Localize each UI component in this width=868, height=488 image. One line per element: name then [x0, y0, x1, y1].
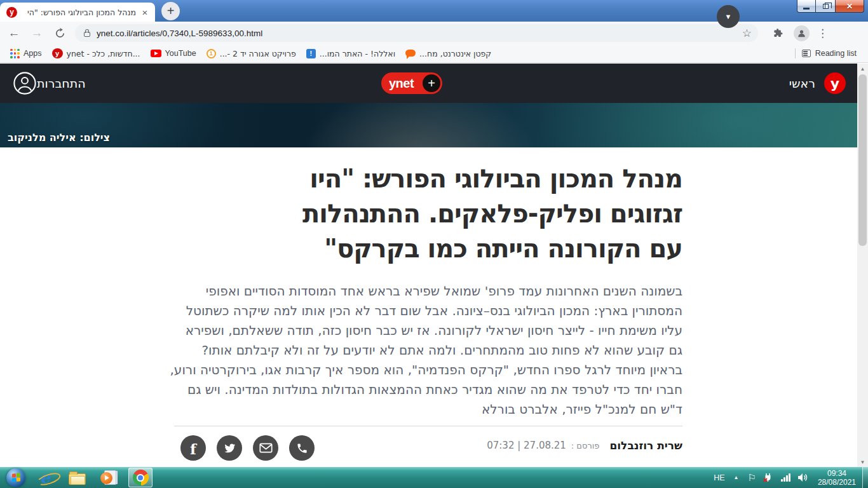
scrollbar-thumb[interactable]	[858, 74, 867, 246]
browser-menu-button[interactable]: ⋮	[817, 27, 828, 40]
close-button[interactable]: ✕	[835, 0, 864, 13]
clock-time: 09:34	[818, 469, 856, 478]
twitter-share-button[interactable]	[217, 435, 242, 461]
person-icon	[797, 29, 806, 38]
windows-flag-icon	[12, 473, 20, 482]
back-button[interactable]: ←	[5, 24, 23, 42]
profile-button[interactable]	[794, 25, 810, 41]
phone-icon	[296, 442, 308, 454]
close-icon: ✕	[846, 2, 853, 11]
article-headline: מנהל המכון הביולוגי הפורש: "היו זגזוגים …	[174, 147, 682, 266]
tab-close-icon[interactable]: ×	[140, 8, 150, 17]
action-center-flag-icon[interactable]: ⚐	[747, 473, 756, 482]
bookmark-label: YouTube	[165, 49, 196, 58]
avatar	[794, 25, 810, 41]
url-text[interactable]: ynet.co.il/articles/0,7340,L-5989633,00.…	[97, 29, 742, 38]
bookmark-label: ואללה! - האתר המו...	[320, 49, 395, 58]
chrome-icon	[133, 470, 149, 485]
network-signal-icon[interactable]	[780, 473, 790, 482]
browser-tab[interactable]: y מנהל המכון הביולוגי הפורש: "הי ×	[0, 3, 155, 22]
volume-icon[interactable]	[797, 473, 808, 482]
reading-list-button[interactable]: Reading list	[802, 49, 857, 58]
ynet-icon: y	[52, 48, 63, 58]
bookmark-label: Apps	[24, 49, 42, 58]
folder-icon	[69, 473, 86, 485]
login-label: התחברות	[37, 76, 86, 90]
youtube-icon	[151, 50, 161, 57]
byline-row: שרית רוזנבלום פורסם : 27.08.21 | 07:32 f	[174, 435, 682, 463]
tab-title: מנהל המכון הביולוגי הפורש: "הי	[21, 8, 136, 17]
email-share-button[interactable]	[253, 435, 278, 461]
speech-bubble-icon	[405, 50, 416, 57]
facebook-share-button[interactable]: f	[180, 435, 206, 461]
new-tab-button[interactable]: +	[161, 2, 180, 20]
share-buttons: f	[180, 435, 325, 461]
article-hero-photo: צילום: איליה מלניקוב	[0, 103, 857, 147]
reload-icon	[55, 28, 65, 39]
window-controls: ✕	[797, 0, 864, 13]
restore-icon	[823, 4, 829, 9]
show-desktop-button[interactable]	[862, 467, 868, 488]
bookmark-apps[interactable]: Apps	[10, 49, 42, 58]
walla-icon: !	[306, 49, 316, 58]
tray-expand-icon[interactable]: ▲	[734, 475, 739, 480]
restore-button[interactable]	[816, 0, 835, 13]
ynet-logo-text: ynet	[389, 76, 414, 91]
author-name[interactable]: שרית רוזנבלום	[609, 439, 682, 452]
photo-credit: צילום: איליה מלניקוב	[8, 132, 110, 144]
bookmark-star-icon[interactable]: ☆	[742, 27, 752, 40]
browser-toolbar: ← → ynet.co.il/articles/0,7340,L-5989633…	[0, 22, 868, 44]
media-player-icon	[100, 470, 117, 486]
user-circle-icon	[13, 71, 37, 95]
minimize-icon	[803, 8, 810, 10]
lock-icon[interactable]	[84, 32, 90, 37]
page-viewport: ראשי y ynet + התחברות צילום: איליה מלניק…	[0, 64, 868, 467]
chevron-down-icon: ▼	[725, 13, 732, 20]
ynet-logo-badge[interactable]: y	[824, 72, 846, 94]
address-bar[interactable]: ynet.co.il/articles/0,7340,L-5989633,00.…	[75, 24, 758, 42]
bookmark-youtube[interactable]: YouTube	[151, 49, 196, 58]
taskbar-clock[interactable]: 09:34 28/08/2021	[818, 469, 856, 487]
windows-taskbar: e HE ▲ ⚐	[0, 467, 868, 488]
facebook-icon: f	[190, 440, 196, 458]
reload-button[interactable]	[51, 24, 69, 42]
extensions-button[interactable]	[772, 27, 783, 39]
clock-date: 28/08/2021	[818, 478, 856, 487]
taskbar-media-player[interactable]	[97, 468, 121, 487]
page-scrollbar[interactable]: ▲ ▼	[857, 64, 868, 467]
media-download-button[interactable]: ▼	[717, 5, 740, 28]
forward-button[interactable]: →	[28, 24, 46, 42]
bookmark-ynet[interactable]: y ynet - חדשות, כלכ...	[52, 48, 140, 58]
ynet-plus-logo[interactable]: ynet +	[381, 72, 442, 94]
ynet-favicon-icon: y	[6, 7, 17, 18]
phone-share-button[interactable]	[289, 435, 315, 461]
login-button[interactable]: התחברות	[13, 64, 93, 103]
power-plug-icon[interactable]	[763, 473, 773, 482]
start-button[interactable]	[6, 468, 25, 487]
bookmark-captain-internet[interactable]: קפטן אינטרנט, מח...	[405, 49, 491, 58]
bookmarks-bar: Apps y ynet - חדשות, כלכ... YouTube 1 פר…	[0, 44, 868, 63]
bookmark-label: קפטן אינטרנט, מח...	[419, 49, 491, 58]
site-header: ראשי y ynet + התחברות	[0, 64, 857, 103]
article-divider	[174, 426, 682, 426]
minimize-button[interactable]	[797, 0, 816, 13]
apps-grid-icon	[10, 49, 20, 58]
taskbar-chrome-active[interactable]	[128, 468, 153, 487]
published-datetime: 27.08.21 | 07:32	[487, 440, 566, 451]
plus-icon: +	[423, 74, 440, 92]
taskbar-internet-explorer[interactable]: e	[33, 468, 57, 487]
twitter-icon	[223, 442, 236, 455]
window-titlebar: y מנהל המכון הביולוגי הפורש: "הי × + ▼ ✕	[0, 0, 868, 22]
bookmark-label: ynet - חדשות, כלכ...	[67, 49, 140, 58]
nav-home-link[interactable]: ראשי	[789, 76, 815, 90]
envelope-icon	[259, 443, 273, 453]
reading-list-label: Reading list	[815, 49, 857, 58]
article-subheadline: בשמונה השנים האחרונות עמד פרופ' שמואל שפ…	[174, 281, 682, 419]
internet-explorer-icon: e	[40, 470, 50, 485]
scroll-down-icon[interactable]: ▼	[857, 457, 868, 467]
taskbar-file-explorer[interactable]	[65, 468, 89, 487]
language-indicator[interactable]: HE	[714, 473, 724, 482]
scroll-up-icon[interactable]: ▲	[857, 64, 868, 74]
bookmark-agora[interactable]: 1 פרויקט אגורה יד 2 -...	[207, 49, 296, 58]
bookmark-walla[interactable]: ! ואללה! - האתר המו...	[306, 49, 395, 58]
